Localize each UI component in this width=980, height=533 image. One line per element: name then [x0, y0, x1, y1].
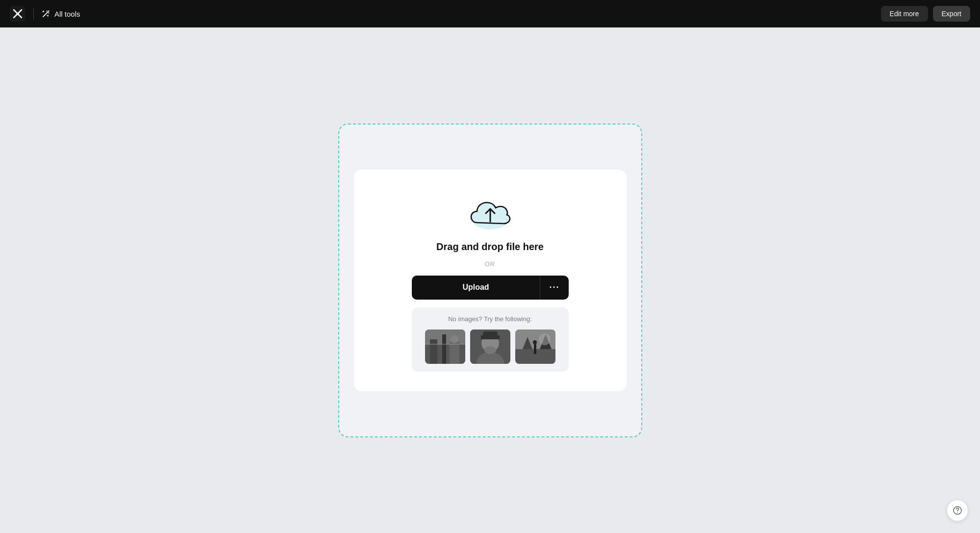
app-logo[interactable] — [10, 6, 25, 22]
svg-point-18 — [484, 346, 496, 354]
main-content: Drag and drop file here OR Upload ··· No… — [0, 27, 980, 533]
upload-card: Drag and drop file here OR Upload ··· No… — [354, 170, 627, 391]
sample-image-3[interactable] — [515, 330, 555, 364]
help-icon — [953, 506, 962, 515]
svg-point-26 — [957, 512, 958, 513]
upload-button-row: Upload ··· — [412, 276, 569, 300]
svg-point-1 — [17, 13, 19, 15]
nav-actions: Edit more Export — [881, 6, 970, 22]
dropzone-area[interactable]: Drag and drop file here OR Upload ··· No… — [338, 124, 642, 437]
drag-drop-label: Drag and drop file here — [436, 241, 544, 253]
svg-point-11 — [451, 335, 458, 343]
all-tools-nav[interactable]: All tools — [42, 9, 80, 18]
svg-rect-24 — [534, 344, 536, 354]
sample-image-1[interactable] — [425, 330, 465, 364]
svg-rect-9 — [442, 334, 446, 364]
nav-divider — [33, 8, 34, 20]
sample-images-section: No images? Try the following: — [412, 307, 569, 372]
top-navigation: All tools Edit more Export — [0, 0, 980, 27]
export-button[interactable]: Export — [933, 6, 970, 22]
upload-more-options-button[interactable]: ··· — [540, 276, 568, 300]
svg-rect-17 — [483, 331, 498, 337]
svg-point-25 — [533, 340, 537, 344]
sample-images-label: No images? Try the following: — [448, 315, 532, 323]
or-label: OR — [485, 260, 496, 268]
sample-images-row — [425, 330, 555, 364]
magic-wand-icon — [42, 9, 50, 18]
upload-button[interactable]: Upload — [412, 276, 540, 300]
svg-rect-8 — [430, 339, 437, 364]
all-tools-label: All tools — [54, 10, 80, 18]
edit-more-button[interactable]: Edit more — [881, 6, 928, 22]
upload-cloud-icon — [468, 194, 512, 233]
help-circle-button[interactable] — [947, 500, 968, 521]
svg-point-23 — [539, 333, 551, 345]
svg-rect-10 — [450, 342, 459, 364]
sample-image-2[interactable] — [470, 330, 510, 364]
